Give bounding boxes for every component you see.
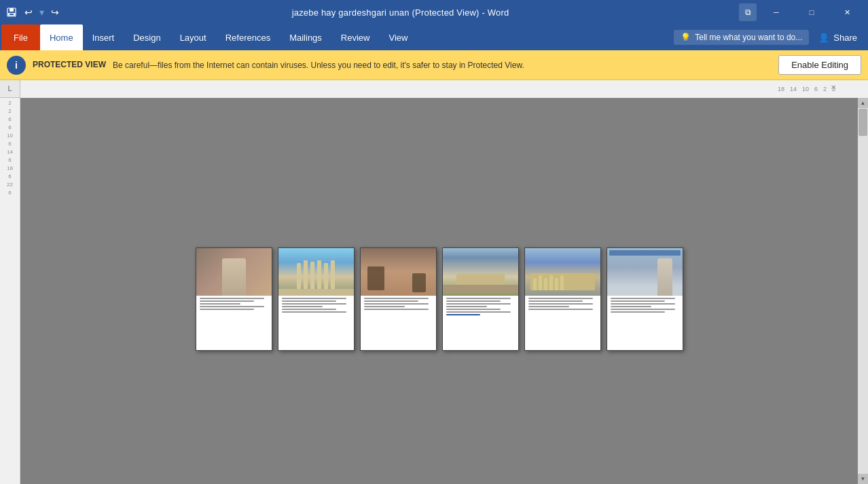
page-6-line-1 [611, 298, 676, 299]
side-ruler-num-10: 10 [7, 133, 13, 139]
document-page-4 [442, 247, 519, 351]
page-5-parthenon [530, 273, 595, 290]
page-5-line-1 [528, 298, 594, 299]
side-ruler-num-22: 22 [7, 182, 13, 188]
document-page-6 [607, 247, 683, 351]
page-6-text [607, 296, 683, 350]
page-6-line-6 [611, 311, 666, 313]
page-4-line-2 [446, 300, 501, 302]
side-ruler-num-2a: 2 [8, 101, 11, 106]
enable-editing-button[interactable]: Enable Editing [778, 55, 861, 75]
search-placeholder: Tell me what you want to do... [695, 33, 802, 42]
page-5-line-2 [528, 300, 583, 302]
share-button[interactable]: 👤 Share [809, 30, 867, 46]
minimize-button[interactable]: ─ [761, 0, 792, 24]
restore-window-icon[interactable]: ⧉ [739, 3, 757, 21]
page-2-ground [278, 289, 354, 296]
page-3-line-4 [364, 306, 405, 307]
undo-button[interactable]: ↩ [22, 5, 35, 19]
protected-view-title: PROTECTED VIEW [33, 60, 106, 69]
share-person-icon: 👤 [818, 33, 829, 43]
page-4-line-4 [446, 306, 488, 307]
title-bar-left: ↩ ▾ ↪ [5, 5, 62, 19]
horizontal-ruler: 18 14 10 6 2 2 ✕ [20, 80, 868, 98]
page-1-statue [222, 258, 246, 296]
side-ruler-num-6f: 6 [8, 190, 11, 196]
scroll-thumb[interactable] [858, 109, 867, 136]
side-ruler-num-6c: 6 [8, 141, 11, 147]
protected-view-icon: i [7, 56, 26, 75]
page-2-line-6 [282, 311, 347, 313]
ribbon-tabs: File Home Insert Design Layout Reference… [0, 24, 868, 50]
tab-home[interactable]: Home [40, 24, 83, 50]
side-ruler-num-14: 14 [7, 150, 13, 155]
page-4-line-6 [446, 311, 511, 313]
ruler-corner[interactable]: L [0, 80, 20, 98]
scroll-up-button[interactable]: ▲ [858, 98, 868, 108]
document-page-2 [278, 247, 355, 351]
page-6-image [607, 248, 683, 296]
page-5-line-4 [528, 306, 570, 307]
page-2-text [278, 296, 354, 350]
redo-button[interactable]: ↪ [48, 5, 62, 19]
tab-insert[interactable]: Insert [83, 24, 124, 50]
main-area: 2 2 6 6 10 6 14 6 18 6 22 6 [0, 98, 868, 484]
ruler-mark-2a: 2 [823, 86, 827, 92]
page-6-caryatid [657, 258, 672, 296]
undo-redo-group: ↩ ▾ ↪ [22, 5, 62, 19]
close-button[interactable]: ✕ [831, 0, 863, 24]
undo-dropdown[interactable]: ▾ [37, 5, 47, 19]
ruler-mark-14: 14 [790, 86, 797, 92]
page-1-line-1 [200, 298, 265, 299]
page-1-line-4 [200, 306, 265, 307]
side-ruler-num-2b: 2 [8, 109, 11, 114]
tab-design[interactable]: Design [124, 24, 170, 50]
document-area[interactable] [20, 98, 858, 484]
page-5-text [525, 296, 600, 350]
page-4-line-5 [446, 309, 501, 310]
tab-references[interactable]: References [216, 24, 280, 50]
page-1-image [196, 248, 272, 296]
page-2-line-2 [282, 300, 337, 302]
ruler-mark-6: 6 [814, 86, 818, 92]
tab-mailings[interactable]: Mailings [280, 24, 331, 50]
page-3-line-2 [364, 300, 419, 302]
scroll-track[interactable] [858, 108, 868, 474]
tab-file[interactable]: File [1, 24, 40, 50]
page-6-line-3 [611, 303, 676, 305]
side-ruler-num-6a: 6 [8, 117, 11, 122]
tab-view[interactable]: View [379, 24, 417, 50]
protected-view-message: Be careful—files from the Internet can c… [113, 60, 772, 70]
side-ruler-num-6b: 6 [8, 125, 11, 131]
page-3-figure-1 [367, 266, 384, 290]
document-page-5 [524, 247, 601, 351]
ruler-mark-18: 18 [778, 86, 784, 92]
page-2-image [278, 248, 354, 296]
page-3-line-1 [364, 298, 429, 299]
ribbon-search[interactable]: 💡 Tell me what you want to do... [674, 30, 809, 45]
lightbulb-icon: 💡 [681, 33, 691, 42]
svg-rect-3 [10, 14, 14, 15]
page-4-image [443, 248, 518, 296]
tab-layout[interactable]: Layout [170, 24, 216, 50]
scroll-down-button[interactable]: ▼ [858, 474, 868, 484]
page-3-line-5 [364, 309, 429, 310]
vertical-scrollbar[interactable]: ▲ ▼ [858, 98, 868, 484]
page-4-text [443, 296, 518, 350]
ruler-mark-10: 10 [802, 86, 809, 92]
document-page-3 [360, 247, 437, 351]
tab-review[interactable]: Review [331, 24, 380, 50]
vertical-ruler: 2 2 6 6 10 6 14 6 18 6 22 6 [0, 98, 20, 484]
page-6-header [609, 250, 681, 256]
page-5-line-3 [528, 303, 594, 305]
title-bar: ↩ ▾ ↪ jazebe hay gardeshgari unan (Prote… [0, 0, 868, 24]
ruler-marks: 18 14 10 6 2 2 ✕ [26, 86, 863, 92]
maximize-button[interactable]: □ [796, 0, 827, 24]
page-4-line-1 [446, 298, 511, 299]
page-5-line-5 [528, 309, 594, 310]
page-4-hill [443, 285, 518, 293]
document-page-1 [196, 247, 272, 351]
page-5-image [525, 248, 600, 296]
save-icon[interactable] [5, 6, 18, 18]
page-4-line-3 [446, 303, 511, 305]
